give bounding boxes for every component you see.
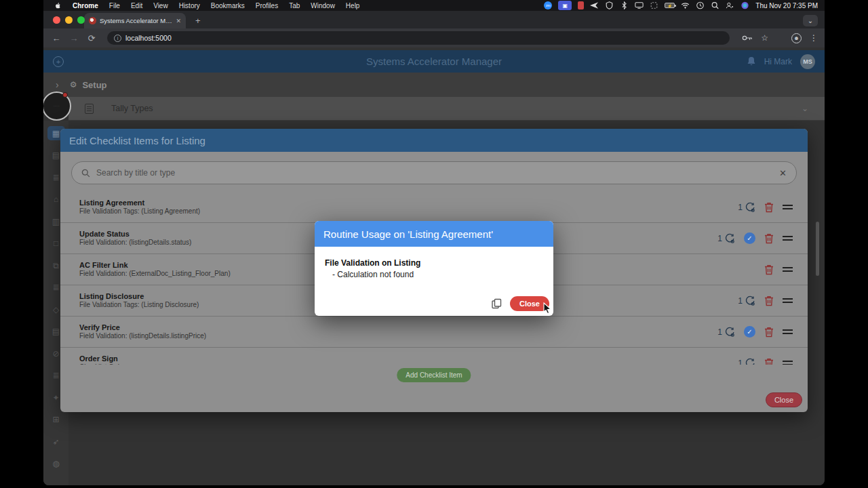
menu-tab[interactable]: Tab <box>283 2 305 9</box>
checklist-item-row[interactable]: Verify Price Field Validation: (listingD… <box>60 317 808 348</box>
delete-button[interactable] <box>764 327 774 338</box>
copy-icon[interactable] <box>492 298 502 309</box>
search-input[interactable]: Search by title or type ✕ <box>71 161 797 184</box>
routine-usage-modal: Routine Usage on 'Listing Agreement' Fil… <box>315 221 553 316</box>
bluetooth-icon[interactable] <box>620 1 629 9</box>
routine-icon <box>745 358 755 365</box>
delete-button[interactable] <box>764 233 774 244</box>
routine-count: 1 <box>717 234 722 243</box>
menu-help[interactable]: Help <box>340 2 366 9</box>
page-scrollbar[interactable] <box>816 222 819 276</box>
new-tab-button[interactable]: + <box>195 16 201 28</box>
menu-bookmarks[interactable]: Bookmarks <box>205 2 250 9</box>
check-icon: ✓ <box>744 232 755 244</box>
menu-view[interactable]: View <box>148 2 174 9</box>
drag-handle[interactable] <box>783 329 793 334</box>
routine-modal-title: Routine Usage on 'Listing Agreement' <box>315 221 553 247</box>
menu-file[interactable]: File <box>104 2 125 9</box>
item-subtitle: File Validation Tags: (Listing Agreement… <box>79 207 738 216</box>
menubar-clock[interactable]: Thu Nov 20 7:35 PM <box>755 2 818 9</box>
routine-icon <box>745 202 755 213</box>
routine-icon <box>724 233 735 244</box>
item-title: Listing Agreement <box>79 199 738 207</box>
zoom-window-button[interactable] <box>77 16 85 24</box>
checklist-item-row[interactable]: Order Sign Checklist Only 1 ✓ <box>60 348 808 365</box>
tab-strip: Systems Accelerator Manage ✕ + ⌄ <box>43 11 825 28</box>
battery-icon[interactable]: ⚡ <box>665 3 675 8</box>
routine-usage-button[interactable]: 1 <box>717 327 735 338</box>
clear-search-icon[interactable]: ✕ <box>779 168 787 178</box>
menu-profiles[interactable]: Profiles <box>250 2 283 9</box>
address-bar[interactable]: i localhost:5000 <box>107 31 730 45</box>
display-icon[interactable] <box>635 1 644 9</box>
sidebar-icon-16[interactable]: ◍ <box>47 457 65 471</box>
check-icon: ✓ <box>744 326 755 338</box>
drag-handle[interactable] <box>783 205 793 209</box>
routine-count: 1 <box>738 296 743 306</box>
modal-close-button[interactable]: Close <box>766 392 802 407</box>
web-page: + Systems Accelerator Manager Hi Mark MS… <box>43 47 825 485</box>
zoom-app-icon[interactable]: zm <box>544 1 552 9</box>
drag-handle[interactable] <box>783 361 793 365</box>
setup-section-header[interactable]: › ⚙ Setup <box>43 73 825 97</box>
routine-icon <box>745 296 755 306</box>
siri-icon[interactable] <box>741 1 749 9</box>
routine-usage-button[interactable]: 1 <box>738 202 755 213</box>
chrome-menu-icon[interactable]: ⋮ <box>810 33 818 43</box>
profile-avatar-icon[interactable]: ☻ <box>791 33 802 43</box>
notifications-bell-icon[interactable] <box>747 56 756 66</box>
forward-button[interactable]: → <box>68 33 80 43</box>
routine-usage-button[interactable]: 1 <box>738 358 755 365</box>
status-red-icon[interactable] <box>578 1 584 9</box>
menu-history[interactable]: History <box>174 2 205 9</box>
item-title: Order Sign <box>79 354 738 363</box>
bookmark-star-icon[interactable]: ☆ <box>761 33 768 43</box>
delete-button[interactable] <box>764 264 774 275</box>
minimize-window-button[interactable] <box>65 16 73 24</box>
clock-icon[interactable] <box>696 1 705 9</box>
drag-handle[interactable] <box>783 236 793 241</box>
apple-menu-icon[interactable] <box>54 2 62 9</box>
user-avatar[interactable]: MS <box>800 54 815 69</box>
reload-button[interactable]: ⟳ <box>85 33 98 43</box>
routine-usage-button[interactable]: 1 <box>717 233 735 244</box>
menu-edit[interactable]: Edit <box>125 2 148 9</box>
sidebar-icon-15[interactable]: ➶ <box>47 434 65 449</box>
wifi-icon[interactable] <box>681 1 690 9</box>
close-window-button[interactable] <box>53 16 60 24</box>
expand-chevron-icon[interactable]: › <box>56 79 59 90</box>
site-info-icon[interactable]: i <box>114 35 121 42</box>
item-subtitle: Field Validation: (listingDetails.listin… <box>79 332 717 340</box>
routine-usage-button[interactable]: 1 <box>738 296 755 306</box>
password-key-icon[interactable] <box>742 35 753 41</box>
tab-overflow-button[interactable]: ⌄ <box>803 15 818 26</box>
tab-close-icon[interactable]: ✕ <box>176 18 181 24</box>
add-checklist-item-button[interactable]: Add Checklist Item <box>397 368 471 382</box>
browser-tab[interactable]: Systems Accelerator Manage ✕ <box>84 13 186 28</box>
tab-title: Systems Accelerator Manage <box>100 17 172 24</box>
user-switch-icon[interactable] <box>726 1 734 9</box>
menu-window[interactable]: Window <box>305 2 340 9</box>
browser-toolbar: ← → ⟳ i localhost:5000 ☆ ☻ ⋮ <box>43 28 825 47</box>
sidebar-icon-14[interactable]: ⊞ <box>47 413 65 427</box>
send-icon[interactable] <box>590 1 599 9</box>
mouse-cursor <box>542 302 553 314</box>
screen-share-icon[interactable]: ▣ <box>558 1 572 10</box>
checklist-item-row[interactable]: Listing Agreement File Validation Tags: … <box>60 192 808 223</box>
back-button[interactable]: ← <box>50 33 62 43</box>
setup-gear-icon: ⚙ <box>70 80 77 89</box>
drag-handle[interactable] <box>783 267 793 272</box>
dashed-box-icon[interactable] <box>650 1 658 9</box>
tally-chevron-icon[interactable]: ⌄ <box>802 104 808 113</box>
recorder-bubble[interactable]: ····· <box>43 92 71 121</box>
tab-favicon <box>89 17 96 24</box>
modal-title: Edit Checklist Items for Listing <box>60 129 808 152</box>
delete-button[interactable] <box>764 202 774 213</box>
delete-button[interactable] <box>764 296 774 306</box>
shield-icon[interactable] <box>605 1 614 9</box>
menu-chrome[interactable]: Chrome <box>67 2 104 9</box>
search-spotlight-icon[interactable] <box>711 1 719 9</box>
tally-types-row[interactable]: Tally Types ⌄ <box>68 97 825 121</box>
delete-button[interactable] <box>764 358 774 365</box>
drag-handle[interactable] <box>783 298 793 303</box>
